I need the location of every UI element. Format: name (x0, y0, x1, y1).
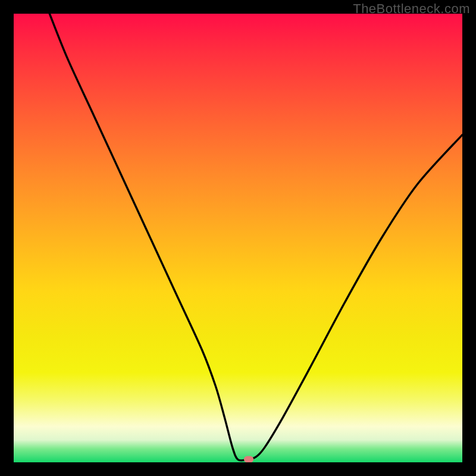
plot-area (14, 14, 462, 462)
optimum-marker (244, 456, 253, 462)
bottleneck-curve (14, 14, 462, 462)
chart-frame: TheBottleneck.com (0, 0, 476, 476)
